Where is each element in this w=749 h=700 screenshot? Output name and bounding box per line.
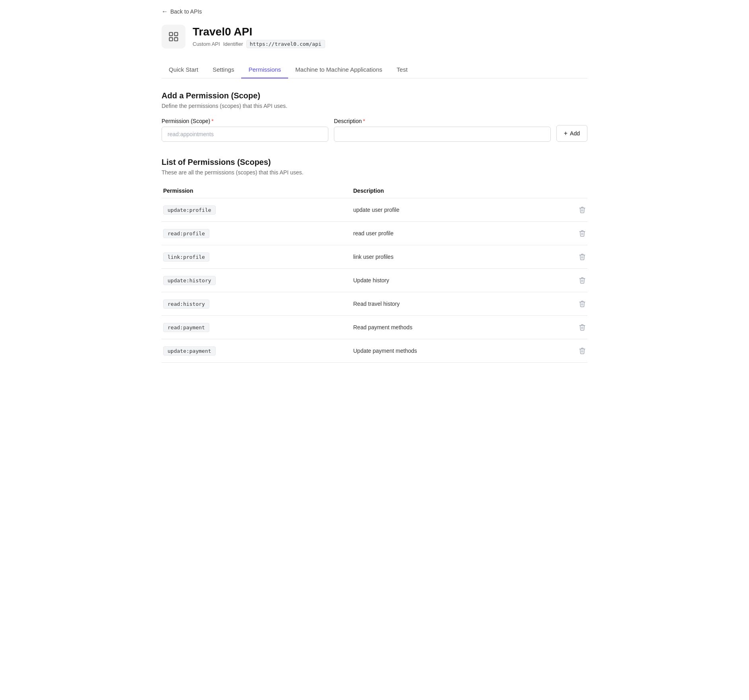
delete-button[interactable] [577,205,587,215]
permission-badge: update:profile [163,205,216,215]
col-header-permission: Permission [162,188,353,194]
description-input[interactable]: Read your appointments [334,127,551,142]
api-title-block: Travel0 API Custom API Identifier https:… [193,25,325,49]
description-label: Description * [334,118,551,124]
table-row: update:history Update history [162,269,587,292]
scope-required-star: * [211,118,213,124]
tab-permissions[interactable]: Permissions [241,61,288,78]
api-type: Custom API [193,41,220,47]
permission-actions-cell [568,275,587,285]
permission-description-cell: Read payment methods [353,324,568,330]
tab-m2m[interactable]: Machine to Machine Applications [288,61,389,78]
back-label: Back to APIs [170,8,202,15]
permission-actions-cell [568,299,587,309]
permission-actions-cell [568,205,587,215]
permission-description-cell: update user profile [353,207,568,213]
permission-description-cell: link user profiles [353,254,568,260]
svg-rect-2 [170,37,173,41]
permission-badge: link:profile [163,252,209,262]
permission-scope-cell: read:history [162,299,353,309]
permission-badge: read:payment [163,323,209,332]
permission-description-cell: Update history [353,277,568,284]
delete-button[interactable] [577,252,587,262]
permission-scope-cell: update:profile [162,205,353,215]
svg-rect-0 [170,33,173,36]
delete-button[interactable] [577,322,587,332]
permission-actions-cell [568,252,587,262]
table-row: link:profile link user profiles [162,245,587,269]
back-to-apis-link[interactable]: ← Back to APIs [162,8,587,15]
desc-required-star: * [363,118,365,124]
delete-button[interactable] [577,275,587,285]
permission-badge: update:history [163,276,216,285]
permission-badge: update:payment [163,346,216,356]
permission-actions-cell [568,228,587,239]
tabs-bar: Quick Start Settings Permissions Machine… [162,61,587,78]
table-row: read:profile read user profile [162,222,587,245]
plus-icon: + [564,130,568,137]
delete-button[interactable] [577,228,587,239]
permission-badge: read:profile [163,229,209,238]
back-arrow-icon: ← [162,8,168,15]
permission-description-cell: read user profile [353,230,568,237]
permission-description-cell: Update payment methods [353,348,568,354]
table-row: update:profile update user profile [162,198,587,222]
identifier-label: Identifier [223,41,243,47]
add-permission-desc: Define the permissions (scopes) that thi… [162,103,587,109]
add-permission-title: Add a Permission (Scope) [162,91,587,100]
delete-button[interactable] [577,346,587,356]
permission-badge: read:history [163,299,209,309]
scope-label: Permission (Scope) * [162,118,328,124]
permissions-list: update:profile update user profile read:… [162,198,587,363]
api-icon [162,25,185,49]
list-section: List of Permissions (Scopes) These are a… [162,158,587,363]
add-button[interactable]: + Add [556,125,587,142]
scope-input[interactable] [162,127,328,142]
col-header-description: Description [353,188,568,194]
api-meta: Custom API Identifier https://travel0.co… [193,40,325,48]
tab-quick-start[interactable]: Quick Start [162,61,205,78]
scope-field-wrapper: Permission (Scope) * [162,118,328,142]
permission-scope-cell: read:profile [162,229,353,238]
api-header: Travel0 API Custom API Identifier https:… [162,25,587,49]
tab-settings[interactable]: Settings [205,61,241,78]
add-button-label: Add [570,130,580,137]
table-row: read:history Read travel history [162,292,587,316]
permission-scope-cell: update:history [162,276,353,285]
col-header-actions [568,188,587,194]
table-row: update:payment Update payment methods [162,339,587,363]
list-desc: These are all the permissions (scopes) t… [162,169,587,176]
table-row: read:payment Read payment methods [162,316,587,339]
api-title: Travel0 API [193,25,325,39]
permission-scope-cell: read:payment [162,323,353,332]
delete-button[interactable] [577,299,587,309]
description-field-wrapper: Description * Read your appointments [334,118,551,142]
svg-rect-1 [174,33,177,36]
list-title: List of Permissions (Scopes) [162,158,587,167]
tab-test[interactable]: Test [390,61,415,78]
permission-actions-cell [568,346,587,356]
add-permission-form: Permission (Scope) * Description * Read … [162,118,587,142]
api-identifier: https://travel0.com/api [246,40,325,48]
permission-scope-cell: update:payment [162,346,353,356]
add-permission-section: Add a Permission (Scope) Define the perm… [162,91,587,142]
permission-description-cell: Read travel history [353,301,568,307]
permission-actions-cell [568,322,587,332]
permission-scope-cell: link:profile [162,252,353,262]
table-header: Permission Description [162,184,587,198]
svg-rect-3 [174,37,177,41]
